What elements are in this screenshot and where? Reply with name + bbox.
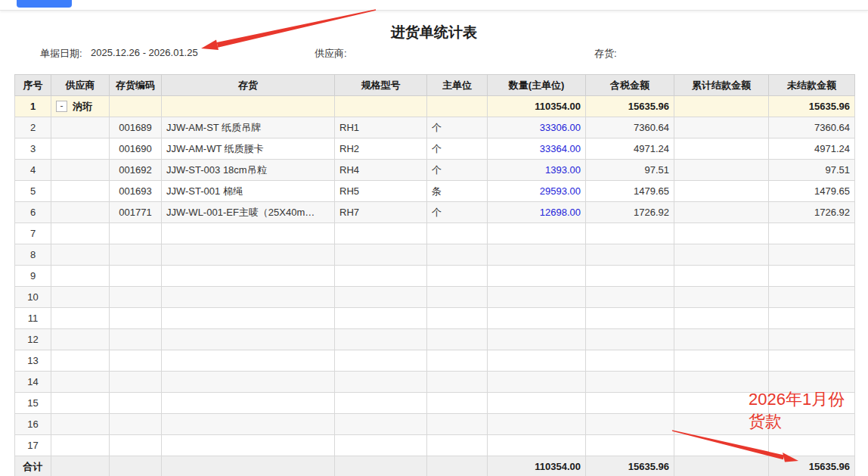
unsettled-amount-cell: 1726.92 <box>769 202 855 223</box>
settled-amount-cell <box>674 96 769 117</box>
annotation-note: 2026年1月份 货款 <box>749 388 845 432</box>
settled-amount-cell <box>674 350 769 372</box>
stock-name-cell <box>162 350 335 372</box>
tax-amount-cell: 4971.24 <box>586 138 674 160</box>
column-header-3[interactable]: 存货 <box>162 75 335 96</box>
quantity-cell <box>488 393 586 414</box>
table-row: 4001692JJW-ST-003 18cm吊粒RH4个1393.0097.51… <box>15 160 855 181</box>
stock-name-cell: JJW-ST-003 18cm吊粒 <box>162 160 335 181</box>
table-row: 3001690JJW-AM-WT 纸质腰卡RH2个33364.004971.24… <box>15 138 855 160</box>
stock-code-cell <box>110 350 162 372</box>
supplier-cell <box>51 456 110 476</box>
total-settled-cell <box>674 456 769 476</box>
supplier-cell <box>51 414 110 435</box>
date-range-value[interactable]: 2025.12.26 - 2026.01.25 <box>91 47 198 58</box>
column-header-6[interactable]: 数量(主单位) <box>488 75 586 96</box>
total-tax-amount-cell: 15635.96 <box>586 456 674 476</box>
stock-code-cell <box>110 244 162 266</box>
supplier-cell <box>51 287 110 308</box>
tax-amount-cell: 15635.96 <box>586 96 674 117</box>
spec-cell: RH2 <box>335 138 427 160</box>
quantity-cell[interactable]: 12698.00 <box>488 202 586 223</box>
spec-cell <box>335 244 427 266</box>
unit-cell: 个 <box>427 202 488 223</box>
tax-amount-cell <box>586 393 674 414</box>
primary-action-button[interactable] <box>17 0 72 8</box>
settled-amount-cell <box>674 223 769 244</box>
unsettled-amount-cell <box>769 350 855 372</box>
stock-name-cell <box>162 435 335 456</box>
quantity-cell <box>488 244 586 266</box>
spec-cell <box>335 96 427 117</box>
tax-amount-cell <box>586 266 674 287</box>
quantity-cell[interactable]: 29593.00 <box>488 181 586 202</box>
stock-code-cell <box>110 266 162 287</box>
supplier-cell <box>51 117 110 138</box>
tax-amount-cell: 7360.64 <box>586 117 674 138</box>
supplier-cell <box>51 350 110 372</box>
empty-row: 16 <box>15 414 855 435</box>
supplier-name: 汭珩 <box>73 101 92 112</box>
date-range-label: 单据日期: <box>40 47 82 61</box>
tax-amount-cell <box>586 308 674 329</box>
table-header: 序号供应商存货编码存货规格型号主单位数量(主单位)含税金额累计结款金额未结款金额 <box>15 75 855 96</box>
quantity-cell[interactable]: 33306.00 <box>488 117 586 138</box>
quantity-cell <box>488 308 586 329</box>
stock-name-cell: JJW-AM-WT 纸质腰卡 <box>162 138 335 160</box>
seq-cell: 15 <box>15 393 51 414</box>
quantity-cell[interactable]: 110354.00 <box>488 96 586 117</box>
column-header-5[interactable]: 主单位 <box>427 75 488 96</box>
unsettled-amount-cell <box>769 435 855 456</box>
unsettled-amount-cell: 97.51 <box>769 160 855 181</box>
unit-cell <box>427 287 488 308</box>
column-header-0[interactable]: 序号 <box>15 75 51 96</box>
column-header-9[interactable]: 未结款金额 <box>769 75 855 96</box>
unit-cell <box>427 96 488 117</box>
stock-name-cell <box>162 244 335 266</box>
seq-cell: 12 <box>15 329 51 350</box>
settled-amount-cell <box>674 329 769 350</box>
seq-cell: 3 <box>15 138 51 160</box>
page-title: 进货单统计表 <box>0 23 868 42</box>
collapse-toggle-icon[interactable]: - <box>56 101 67 112</box>
stock-code-cell <box>110 223 162 244</box>
unit-cell <box>427 308 488 329</box>
spec-cell <box>335 287 427 308</box>
seq-cell: 17 <box>15 435 51 456</box>
unit-cell <box>427 244 488 266</box>
stock-code-cell: 001689 <box>110 117 162 138</box>
quantity-cell[interactable]: 1393.00 <box>488 160 586 181</box>
supplier-cell <box>51 223 110 244</box>
table-row: 5001693JJW-ST-001 棉绳RH5条29593.001479.651… <box>15 181 855 202</box>
unsettled-amount-cell: 4971.24 <box>769 138 855 160</box>
settled-amount-cell <box>674 266 769 287</box>
column-header-2[interactable]: 存货编码 <box>110 75 162 96</box>
settled-amount-cell <box>674 287 769 308</box>
column-header-7[interactable]: 含税金额 <box>586 75 674 96</box>
tax-amount-cell <box>586 435 674 456</box>
unit-cell <box>427 456 488 476</box>
stock-code-cell: 001771 <box>110 202 162 223</box>
empty-row: 8 <box>15 244 855 266</box>
seq-cell: 9 <box>15 266 51 287</box>
unit-cell <box>427 350 488 372</box>
table-body: 1-汭珩110354.0015635.9615635.962001689JJW-… <box>15 96 855 476</box>
stock-code-cell <box>110 329 162 350</box>
supplier-cell: -汭珩 <box>51 96 110 117</box>
unsettled-amount-cell <box>769 266 855 287</box>
tax-amount-cell <box>586 329 674 350</box>
unit-cell: 个 <box>427 138 488 160</box>
column-header-4[interactable]: 规格型号 <box>335 75 427 96</box>
empty-row: 10 <box>15 287 855 308</box>
column-header-1[interactable]: 供应商 <box>51 75 110 96</box>
tax-amount-cell: 1479.65 <box>586 181 674 202</box>
quantity-cell[interactable]: 33364.00 <box>488 138 586 160</box>
total-row: 合计110354.0015635.9615635.96 <box>15 456 855 476</box>
supplier-cell <box>51 329 110 350</box>
unsettled-amount-cell <box>769 308 855 329</box>
annotation-note-line2: 货款 <box>749 410 845 432</box>
settled-amount-cell <box>674 181 769 202</box>
spec-cell <box>335 329 427 350</box>
column-header-8[interactable]: 累计结款金额 <box>674 75 769 96</box>
supplier-cell <box>51 181 110 202</box>
